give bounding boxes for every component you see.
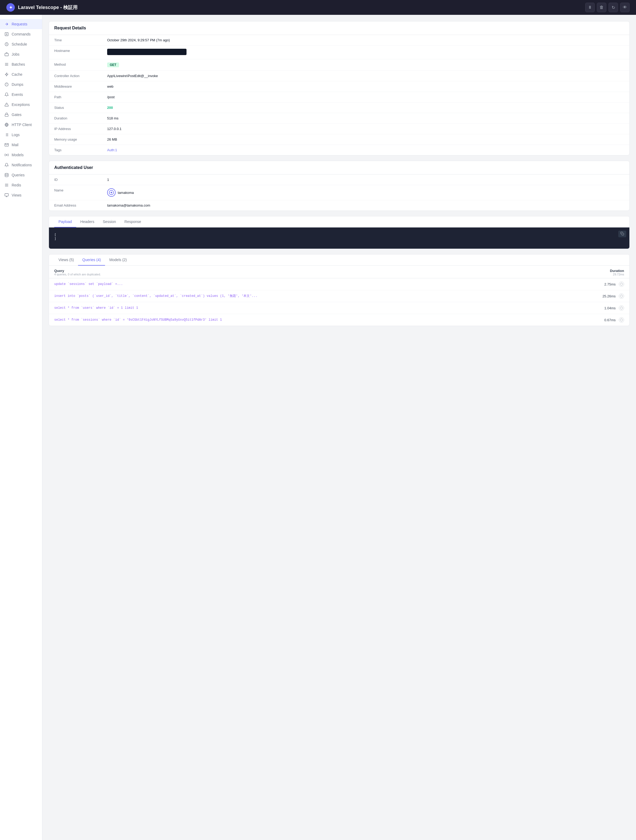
query-column-header: Query [54,269,101,273]
sidebar-item-mail[interactable]: Mail [0,140,42,150]
app-header: ✦ Laravel Telescope - 検証用 ⏸ 🗑 ↻ 👁 [0,0,636,15]
tags-row: Tags Auth:1 [49,145,630,155]
payload-tabs: Payload Headers Session Response [49,216,630,227]
sidebar-item-batches-label: Batches [12,62,25,66]
query-info-icon[interactable] [619,294,624,299]
views-icon [4,193,9,197]
middleware-value: web [107,84,624,88]
payload-card: Payload Headers Session Response [ ] [49,216,630,249]
logs-icon [4,133,9,137]
sidebar-item-dumps-label: Dumps [12,82,23,87]
sidebar-item-events-label: Events [12,92,23,97]
method-badge: GET [107,63,119,67]
user-name: tamakoma [118,191,134,195]
sidebar-item-queries-label: Queries [12,173,25,177]
tab-queries[interactable]: Queries (4) [78,254,105,265]
delete-button[interactable]: 🗑 [597,3,606,12]
sidebar-item-schedule[interactable]: Schedule [0,39,42,49]
sidebar-item-notifications[interactable]: Notifications [0,160,42,170]
ip-row: IP Address 127.0.0.1 [49,124,630,134]
ip-label: IP Address [54,127,107,131]
tab-payload[interactable]: Payload [54,216,76,227]
svg-point-16 [6,155,7,155]
mail-icon [4,142,9,147]
query-duration: 1.04ms [604,306,616,310]
svg-rect-26 [622,233,624,235]
status-label: Status [54,106,107,110]
sidebar-item-dumps[interactable]: Dumps [0,79,42,90]
sidebar-item-logs[interactable]: Logs [0,130,42,140]
sidebar-item-requests-label: Requests [12,22,27,26]
sidebar-item-batches[interactable]: Batches [0,59,42,69]
sidebar-item-gates[interactable]: Gates [0,110,42,120]
svg-rect-7 [5,114,8,116]
time-row: Time October 29th 2024, 9:29:57 PM (7m a… [49,35,630,46]
sidebar-item-http-client[interactable]: HTTP Client [0,120,42,130]
svg-rect-2 [5,54,8,56]
sidebar-item-views[interactable]: Views [0,190,42,200]
query-row: select * from `users` where `id` = 1 lim… [49,302,630,314]
cache-icon [4,72,9,77]
tab-headers[interactable]: Headers [76,216,99,227]
sidebar-item-requests[interactable]: Requests [0,19,42,29]
http-client-icon [4,122,9,127]
sidebar-item-cache-label: Cache [12,72,22,77]
sidebar-item-events[interactable]: Events [0,90,42,99]
sidebar-item-exceptions[interactable]: Exceptions [0,99,42,110]
payload-code: [ ] [49,227,630,249]
tags-value: Auth:1 [107,148,624,152]
query-info-icon[interactable] [619,317,624,322]
sidebar-item-jobs[interactable]: Jobs [0,49,42,59]
dumps-icon [4,82,9,87]
sidebar: Requests Commands Schedule Jobs Batches [0,15,43,840]
sidebar-item-http-client-label: HTTP Client [12,123,32,127]
status-row: Status 200 [49,103,630,113]
eye-button[interactable]: 👁 [620,3,630,12]
duration-row: Duration 518 ms [49,113,630,124]
query-info-icon[interactable] [619,281,624,287]
tag-auth[interactable]: Auth:1 [107,148,117,152]
tab-views[interactable]: Views (5) [54,254,78,265]
user-name-row-inner: tamakoma [107,188,624,197]
duration-column-header: Duration [610,269,624,273]
middleware-label: Middleware [54,84,107,88]
sidebar-item-redis[interactable]: Redis [0,180,42,190]
queries-icon [4,173,9,177]
copy-button[interactable] [618,231,626,237]
user-email-row: Email Address tamakoma@tamakoma.com [49,200,630,210]
sidebar-item-notifications-label: Notifications [12,163,32,167]
svg-point-25 [111,192,112,193]
avatar [107,188,116,197]
hostname-row: Hostname [49,46,630,59]
user-name-value: tamakoma [107,188,624,197]
tab-response[interactable]: Response [120,216,145,227]
middleware-row: Middleware web [49,81,630,92]
refresh-button[interactable]: ↻ [608,3,618,12]
sidebar-item-queries[interactable]: Queries [0,170,42,180]
query-sql: update `sessions` set `payload` =... [54,282,604,287]
sidebar-item-cache[interactable]: Cache [0,69,42,79]
tab-session[interactable]: Session [99,216,120,227]
ip-value: 127.0.0.1 [107,127,624,131]
query-row: insert into `posts` (`user_id`, `title`,… [49,290,630,302]
main-content: Request Details Time October 29th 2024, … [43,15,636,840]
header-left: ✦ Laravel Telescope - 検証用 [6,3,77,12]
query-subheader: 4 queries, 0 of which are duplicated. [54,273,101,276]
path-label: Path [54,95,107,99]
pause-button[interactable]: ⏸ [585,3,595,12]
hostname-redacted [107,49,187,55]
sidebar-item-commands[interactable]: Commands [0,29,42,39]
queries-header-right: Duration 29.72ms [610,269,624,276]
tab-models[interactable]: Models (2) [105,254,131,265]
query-row: update `sessions` set `payload` =... 2.7… [49,278,630,290]
sidebar-item-models[interactable]: Models [0,150,42,160]
models-icon [4,153,9,157]
controller-row: Controller Action App\Livewire\PostEdit@… [49,71,630,81]
notifications-icon [4,163,9,167]
duration-subheader: 29.72ms [610,273,624,276]
query-info-icon[interactable] [619,305,624,311]
sidebar-item-gates-label: Gates [12,112,21,117]
user-email-label: Email Address [54,204,107,207]
commands-icon [4,32,9,36]
sidebar-item-schedule-label: Schedule [12,42,27,46]
